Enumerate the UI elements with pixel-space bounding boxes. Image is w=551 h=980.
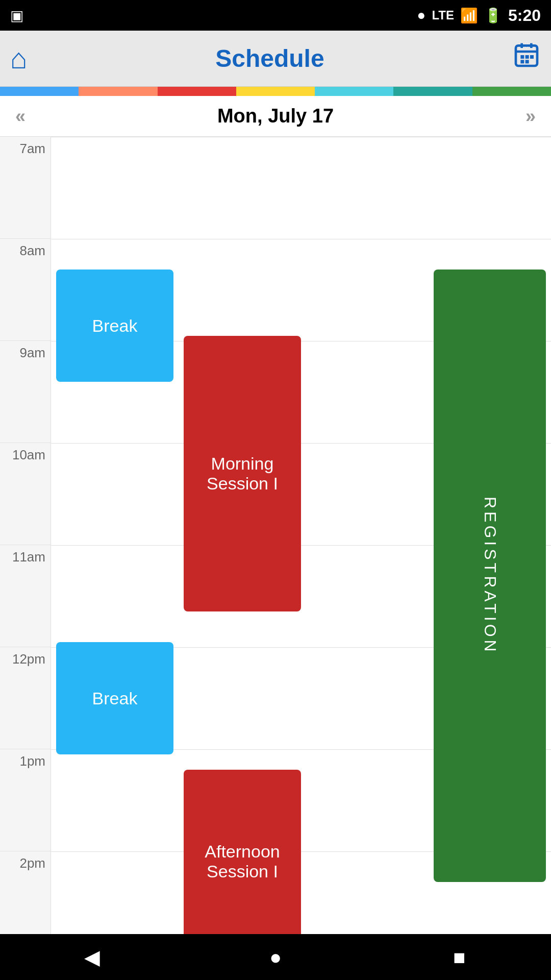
home-button[interactable]: ● — [255, 942, 296, 972]
time-label-7am: 7am — [19, 141, 45, 157]
status-bar-left: ▣ — [10, 7, 28, 24]
time-label-1pm: 1pm — [19, 753, 45, 769]
location-icon: ● — [417, 7, 425, 23]
bottom-nav: ◀ ● ■ — [0, 934, 551, 980]
sim-card-icon: ▣ — [10, 7, 23, 24]
status-bar-right: ● LTE 📶 🔋 5:20 — [417, 6, 541, 25]
time-label-12pm: 12pm — [12, 651, 45, 667]
prev-day-button[interactable]: « — [15, 106, 26, 127]
event-registration[interactable]: REGISTRATION — [434, 270, 546, 882]
home-nav-icon: ● — [269, 946, 282, 969]
date-nav: « Mon, July 17 » — [0, 96, 551, 137]
home-icon[interactable]: ⌂ — [10, 42, 28, 75]
event-afternoon-session[interactable]: Afternoon Session I — [184, 770, 301, 934]
time-slot-11am: 11am — [0, 545, 51, 647]
grid-line-7am — [51, 137, 551, 137]
recents-icon: ■ — [453, 946, 465, 969]
svg-rect-5 — [525, 55, 529, 59]
grid-line-8am — [51, 239, 551, 239]
strip-blue — [0, 87, 79, 96]
time-label-2pm: 2pm — [19, 855, 45, 871]
time-label-11am: 11am — [12, 549, 45, 565]
color-strip — [0, 87, 551, 96]
svg-rect-8 — [525, 60, 529, 63]
registration-label: REGISTRATION — [481, 497, 499, 655]
lte-icon: LTE — [432, 8, 454, 22]
strip-cyan — [315, 87, 393, 96]
schedule-container: 7am 8am 9am 10am 11am 12pm 1pm 2pm — [0, 137, 551, 934]
status-bar: ▣ ● LTE 📶 🔋 5:20 — [0, 0, 551, 31]
battery-icon: 🔋 — [484, 7, 502, 24]
time-slot-8am: 8am — [0, 239, 51, 341]
event-break-morning[interactable]: Break — [56, 270, 173, 382]
back-button[interactable]: ◀ — [71, 942, 112, 972]
time-slot-12pm: 12pm — [0, 647, 51, 749]
time-label-8am: 8am — [19, 243, 45, 259]
svg-rect-6 — [530, 55, 534, 59]
time-column: 7am 8am 9am 10am 11am 12pm 1pm 2pm — [0, 137, 51, 934]
strip-orange — [79, 87, 157, 96]
time-slot-10am: 10am — [0, 443, 51, 545]
events-area: Break Morning Session I REGISTRATION Bre… — [51, 137, 551, 934]
morning-session-label: Morning Session I — [207, 454, 278, 494]
next-day-button[interactable]: » — [525, 106, 536, 127]
recents-button[interactable]: ■ — [439, 942, 480, 972]
calendar-icon[interactable] — [512, 41, 541, 76]
signal-icon: 📶 — [460, 7, 478, 24]
strip-green — [472, 87, 551, 96]
time-slot-9am: 9am — [0, 341, 51, 443]
event-morning-session[interactable]: Morning Session I — [184, 336, 301, 611]
app-title: Schedule — [215, 44, 324, 72]
app-bar: ⌂ Schedule — [0, 31, 551, 87]
strip-teal — [393, 87, 472, 96]
time-label-9am: 9am — [19, 345, 45, 361]
break-morning-label: Break — [92, 316, 138, 336]
time-slot-7am: 7am — [0, 137, 51, 239]
current-date: Mon, July 17 — [217, 105, 334, 127]
svg-rect-4 — [520, 55, 524, 59]
time-label-10am: 10am — [12, 447, 45, 463]
back-icon: ◀ — [84, 945, 100, 969]
time-slot-2pm: 2pm — [0, 851, 51, 934]
svg-rect-7 — [520, 60, 524, 63]
status-time: 5:20 — [508, 6, 541, 25]
break-noon-label: Break — [92, 689, 138, 708]
strip-red — [158, 87, 236, 96]
afternoon-session-label: Afternoon Session I — [205, 842, 280, 881]
strip-yellow — [236, 87, 315, 96]
event-break-noon[interactable]: Break — [56, 642, 173, 754]
time-slot-1pm: 1pm — [0, 749, 51, 851]
